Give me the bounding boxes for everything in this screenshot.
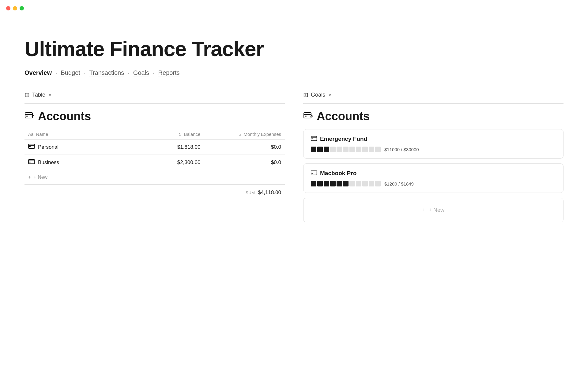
macbook-pro-progress: $1200 / $1849 [311,181,556,186]
block-filled [324,147,329,152]
block-empty [369,181,374,186]
svg-rect-11 [305,116,307,117]
table-label: Table [32,92,45,98]
nav-sep-1: · [55,69,57,76]
block-empty [330,147,336,152]
personal-expenses: $0.0 [204,140,285,155]
goals-label: Goals [311,92,325,98]
emergency-fund-amount: $11000 / $30000 [384,147,419,152]
business-account-icon [28,159,35,166]
goal-title-macbook: Macbook Pro [311,170,556,177]
nav-sep-2: · [84,69,86,76]
new-label: + New [33,174,47,180]
emergency-fund-name: Emergency Fund [320,136,367,142]
emergency-fund-icon [311,136,317,142]
main-layout: ⊞ Table ∨ Accounts [24,91,564,222]
block-empty [375,147,381,152]
block-empty [349,181,355,186]
table-dropdown-arrow: ∨ [48,92,51,97]
nav-item-goals[interactable]: Goals [133,69,149,76]
name-col-icon: Aa [28,132,33,137]
nav-tabs: Overview · Budget · Transactions · Goals… [24,69,564,76]
accounts-icon-left [24,110,34,122]
personal-account-icon [28,144,35,150]
block-empty [375,181,381,186]
table-row[interactable]: Business $2,300.00 $0.0 [24,155,285,170]
add-new-goal-button[interactable]: + + New [303,198,564,222]
block-empty [356,181,361,186]
nav-item-reports[interactable]: Reports [158,69,180,76]
maximize-button[interactable] [20,6,24,10]
table-view-header[interactable]: ⊞ Table ∨ [24,91,285,104]
page-title: Ultimate Finance Tracker [24,37,564,61]
business-expenses: $0.0 [204,155,285,170]
nav-sep-4: · [153,69,155,76]
block-empty [362,181,368,186]
accounts-table: Aa Name Σ Balance ⌕ Monthly Expenses [24,129,285,170]
svg-rect-5 [29,146,31,147]
block-filled [343,181,349,186]
accounts-icon-right [303,110,313,122]
macbook-pro-amount: $1200 / $1849 [384,181,414,186]
macbook-pro-blocks [311,181,381,186]
svg-rect-2 [26,116,28,117]
expenses-col-icon: ⌕ [239,132,241,137]
block-empty [369,147,374,152]
traffic-lights [6,6,24,10]
sum-row: SUM $4,118.00 [24,185,285,201]
block-empty [356,147,361,152]
right-section-title-row: Accounts [303,110,564,123]
block-empty [343,147,349,152]
goal-card-macbook-pro[interactable]: Macbook Pro [303,163,564,193]
goal-card-emergency-fund[interactable]: Emergency Fund [303,129,564,159]
table-row[interactable]: Personal $1,818.00 $0.0 [24,140,285,155]
table-icon: ⊞ [24,91,30,98]
row-personal-name: Personal [24,140,155,155]
minimize-button[interactable] [13,6,17,10]
goals-panel-icon: ⊞ [303,91,308,98]
nav-item-overview[interactable]: Overview [24,69,52,76]
svg-rect-9 [304,113,311,118]
block-filled [337,181,342,186]
macbook-pro-icon [311,170,317,177]
left-panel: ⊞ Table ∨ Accounts [24,91,285,222]
close-button[interactable] [6,6,10,10]
col-header-balance: Σ Balance [155,129,204,140]
goal-title-emergency: Emergency Fund [311,136,556,142]
svg-rect-0 [25,113,32,118]
left-section-title: Accounts [38,110,91,123]
block-filled [324,181,329,186]
svg-rect-14 [311,139,313,140]
block-empty [349,147,355,152]
nav-item-budget[interactable]: Budget [61,69,80,76]
add-new-account-button[interactable]: + + New [24,170,285,185]
new-goal-plus-icon: + [422,207,426,213]
svg-rect-8 [29,162,31,163]
new-goal-label: + New [428,207,444,213]
block-filled [311,181,316,186]
right-section-title: Accounts [317,110,370,123]
block-filled [317,181,323,186]
business-balance: $2,300.00 [155,155,204,170]
personal-balance: $1,818.00 [155,140,204,155]
macbook-pro-name: Macbook Pro [320,170,356,177]
left-section-title-row: Accounts [24,110,285,123]
right-panel: ⊞ Goals ∨ Accounts [303,91,564,222]
nav-item-transactions[interactable]: Transactions [89,69,124,76]
plus-icon: + [28,174,31,180]
block-empty [362,147,368,152]
sum-value: $4,118.00 [258,190,281,196]
personal-name-text: Personal [38,144,58,150]
block-filled [330,181,336,186]
col-header-name: Aa Name [24,129,155,140]
block-empty [337,147,342,152]
emergency-fund-progress: $11000 / $30000 [311,147,556,152]
block-filled [317,147,323,152]
goals-view-header[interactable]: ⊞ Goals ∨ [303,91,564,104]
svg-rect-17 [311,173,313,174]
business-name-text: Business [38,159,59,166]
emergency-fund-blocks [311,147,381,152]
block-filled [311,147,316,152]
goals-dropdown-arrow: ∨ [328,92,331,97]
balance-col-icon: Σ [179,132,181,137]
